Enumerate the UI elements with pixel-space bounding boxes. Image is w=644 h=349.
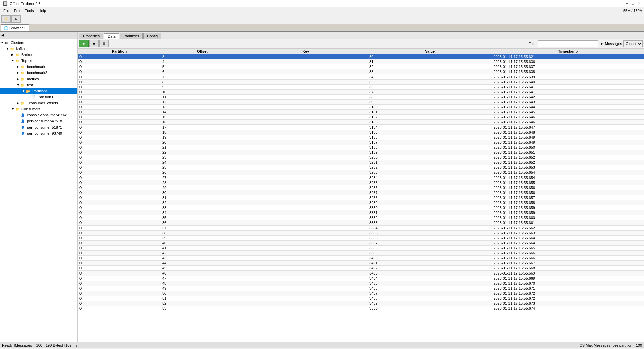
table-row[interactable]: 04133382023-01-11 17:15:55.665 xyxy=(78,246,644,251)
table-row[interactable]: 011382023-01-11 17:15:55.642 xyxy=(78,95,644,100)
panel-collapse-icon[interactable]: ◀ xyxy=(1,33,4,37)
tree-item-metrics[interactable]: ▶ 📁 metrics xyxy=(0,76,77,82)
table-row[interactable]: 09362023-01-11 17:15:55.641 xyxy=(78,85,644,90)
tab-data[interactable]: Data xyxy=(104,33,119,39)
table-row[interactable]: 01731342023-01-11 17:15:55.647 xyxy=(78,125,644,130)
play-button[interactable]: ▶ xyxy=(79,40,89,47)
table-row[interactable]: 03733342023-01-11 17:15:55.662 xyxy=(78,226,644,231)
status-bytes: [190 Bytes] xyxy=(45,343,63,347)
menu-help[interactable]: Help xyxy=(36,8,48,13)
table-row[interactable]: 03633332023-01-11 17:15:55.661 xyxy=(78,220,644,226)
table-row[interactable]: 012392023-01-11 17:15:55.643 xyxy=(78,100,644,105)
minimize-button[interactable]: ─ xyxy=(625,1,629,6)
table-row[interactable]: 08352023-01-11 17:15:55.640 xyxy=(78,80,644,85)
menu-edit[interactable]: Edit xyxy=(12,8,22,13)
table-row[interactable]: 03302023-01-11 17:15:55.621 xyxy=(78,54,644,59)
filter-input[interactable] xyxy=(538,40,598,47)
table-row[interactable]: 05322023-01-11 17:15:55.637 xyxy=(78,64,644,69)
tree-item-brokers[interactable]: ▶ 📁 Brokers xyxy=(0,52,77,58)
tree-item-partition0[interactable]: ▶ 📄 Partition 0 xyxy=(0,94,77,100)
tree-item-consumer-offsets[interactable]: ▶ 📁 _consumer_offsets xyxy=(0,100,77,106)
table-row[interactable]: 03833352023-01-11 17:15:55.663 xyxy=(78,231,644,236)
table-row[interactable]: 05234392023-01-11 17:15:55.673 xyxy=(78,301,644,306)
menu-file[interactable]: File xyxy=(1,8,11,13)
table-row[interactable]: 02532322023-01-11 17:15:55.653 xyxy=(78,165,644,170)
table-row[interactable]: 04934362023-01-11 17:15:55.671 xyxy=(78,286,644,291)
table-row[interactable]: 01831352023-01-11 17:15:55.648 xyxy=(78,130,644,135)
table-row[interactable]: 01331302023-01-11 17:15:55.644 xyxy=(78,105,644,110)
table-row[interactable]: 03132382023-01-11 17:15:55.657 xyxy=(78,195,644,200)
maximize-button[interactable]: □ xyxy=(631,1,635,6)
toggle-brokers[interactable]: ▶ xyxy=(11,53,15,56)
table-row[interactable]: 03933362023-01-11 17:15:55.664 xyxy=(78,236,644,241)
table-row[interactable]: 02131382023-01-11 17:15:55.650 xyxy=(78,145,644,150)
tree-item-test[interactable]: ▼ 📁 test xyxy=(0,82,77,88)
toggle-benchmark[interactable]: ▶ xyxy=(17,65,21,68)
table-row[interactable]: 01631332023-01-11 17:15:55.646 xyxy=(78,120,644,125)
table-row[interactable]: 02932362023-01-11 17:15:55.656 xyxy=(78,185,644,190)
tree-item-kafka[interactable]: ▼ 📁 kafka xyxy=(0,46,77,52)
table-row[interactable]: 02332302023-01-11 17:15:55.652 xyxy=(78,155,644,160)
tree-item-consumer3[interactable]: ▶ 👤 perf-consumer-51871 xyxy=(0,124,77,130)
table-row[interactable]: 05134382023-01-11 17:15:55.672 xyxy=(78,296,644,301)
table-row[interactable]: 02832352023-01-11 17:15:55.655 xyxy=(78,180,644,185)
messages-select[interactable]: Oldest xyxy=(623,40,643,47)
toggle-topics[interactable]: ▼ xyxy=(11,59,15,62)
table-row[interactable]: 05034372023-01-11 17:15:55.672 xyxy=(78,291,644,296)
toggle-metrics[interactable]: ▶ xyxy=(17,77,21,81)
table-row[interactable]: 01431312023-01-11 17:15:55.645 xyxy=(78,110,644,115)
tree-item-consumer4[interactable]: ▶ 👤 perf-consumer-93749 xyxy=(0,130,77,136)
menu-tools[interactable]: Tools xyxy=(23,8,36,13)
toggle-kafka[interactable]: ▼ xyxy=(6,47,10,50)
table-row[interactable]: 04312023-01-11 17:15:55.636 xyxy=(78,59,644,64)
tab-partitions[interactable]: Partitions xyxy=(120,33,143,39)
table-row[interactable]: 03032372023-01-11 17:15:55.656 xyxy=(78,190,644,195)
toggle-partitions[interactable]: ▼ xyxy=(22,89,26,93)
toggle-clusters[interactable]: ▼ xyxy=(1,41,5,44)
tree-item-clusters[interactable]: ▼ 🖥 Clusters xyxy=(0,40,77,46)
table-row[interactable]: 010372023-01-11 17:15:55.641 xyxy=(78,90,644,95)
table-row[interactable]: 02031372023-01-11 17:15:55.649 xyxy=(78,140,644,145)
table-row[interactable]: 04534322023-01-11 17:15:55.668 xyxy=(78,266,644,271)
tree-item-benchmark2[interactable]: ▶ 📁 benchmark2 xyxy=(0,70,77,76)
table-row[interactable]: 03232392023-01-11 17:15:55.658 xyxy=(78,200,644,205)
table-row[interactable]: 02632332023-01-11 17:15:55.654 xyxy=(78,170,644,175)
tree-item-consumer1[interactable]: ▶ 👤 console-consumer-87145 xyxy=(0,112,77,118)
table-row[interactable]: 05335302023-01-11 17:15:55.674 xyxy=(78,306,644,311)
tree-item-benchmark[interactable]: ▶ 📁 benchmark xyxy=(0,64,77,70)
table-row[interactable]: 03433312023-01-11 17:15:55.659 xyxy=(78,210,644,215)
table-row[interactable]: 04834352023-01-11 17:15:55.670 xyxy=(78,281,644,286)
close-button[interactable]: ✕ xyxy=(637,1,641,6)
toggle-consumers[interactable]: ▼ xyxy=(11,107,15,111)
table-row[interactable]: 04634332023-01-11 17:15:55.669 xyxy=(78,271,644,276)
table-row[interactable]: 06332023-01-11 17:15:55.638 xyxy=(78,69,644,74)
tree-item-partitions[interactable]: ▼ 📂 Partitions xyxy=(0,88,77,94)
table-row[interactable]: 02231392023-01-11 17:15:55.651 xyxy=(78,150,644,155)
table-row[interactable]: 07342023-01-11 17:15:55.639 xyxy=(78,74,644,80)
toggle-test[interactable]: ▼ xyxy=(17,83,21,87)
settings-button[interactable]: ⚙ xyxy=(11,15,21,23)
browser-tab[interactable]: 🌐 Browser × xyxy=(1,24,29,31)
connect-button[interactable]: ⚡ xyxy=(1,15,11,23)
tree-item-consumers[interactable]: ▼ 📁 Consumers xyxy=(0,106,77,112)
tab-properties[interactable]: Properties xyxy=(79,33,103,39)
toggle-consumer-offsets[interactable]: ▶ xyxy=(17,101,21,105)
table-row[interactable]: 04334302023-01-11 17:15:55.666 xyxy=(78,256,644,261)
table-row[interactable]: 04434312023-01-11 17:15:55.667 xyxy=(78,261,644,266)
close-browser-tab[interactable]: × xyxy=(24,26,25,30)
table-row[interactable]: 01931362023-01-11 17:15:55.649 xyxy=(78,135,644,140)
table-view-button[interactable]: ⊞ xyxy=(99,40,109,47)
table-row[interactable]: 02432312023-01-11 17:15:55.652 xyxy=(78,160,644,165)
tab-config[interactable]: Config xyxy=(143,33,161,39)
table-row[interactable]: 02732342023-01-11 17:15:55.654 xyxy=(78,175,644,180)
table-row[interactable]: 04033372023-01-11 17:15:55.664 xyxy=(78,241,644,246)
table-row[interactable]: 04734342023-01-11 17:15:55.669 xyxy=(78,276,644,281)
tree-item-topics[interactable]: ▼ 📁 Topics xyxy=(0,58,77,64)
table-row[interactable]: 03333302023-01-11 17:15:55.659 xyxy=(78,205,644,210)
tree-item-consumer2[interactable]: ▶ 👤 perf-consumer-47518 xyxy=(0,118,77,124)
toggle-benchmark2[interactable]: ▶ xyxy=(17,71,21,74)
table-row[interactable]: 03533322023-01-11 17:15:55.660 xyxy=(78,215,644,220)
table-row[interactable]: 01531322023-01-11 17:15:55.646 xyxy=(78,115,644,120)
table-row[interactable]: 04233392023-01-11 17:15:55.666 xyxy=(78,251,644,256)
stop-button[interactable]: ■ xyxy=(89,40,99,47)
